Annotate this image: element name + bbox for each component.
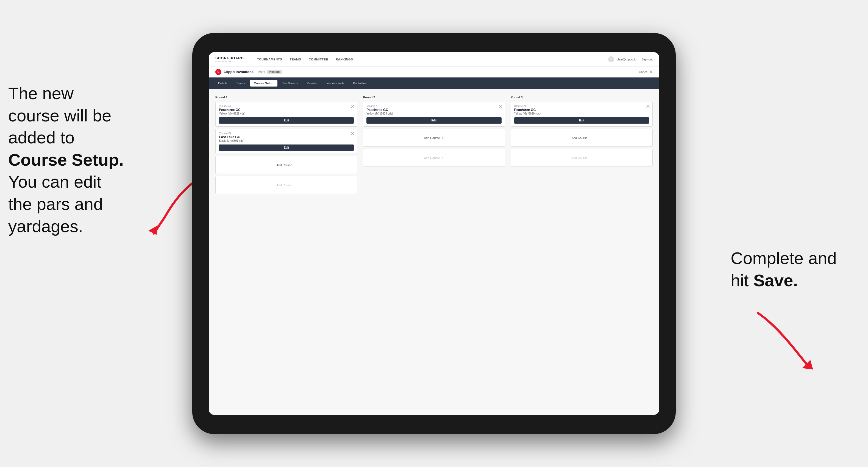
tournament-gender: (Men): [258, 70, 265, 73]
svg-marker-1: [802, 360, 813, 370]
round-3-label: Round 3: [510, 96, 653, 99]
nav-rankings[interactable]: RANKINGS: [336, 57, 353, 62]
main-content: Round 1 (Course A) Peachtree GC Yellow (…: [209, 89, 659, 415]
right-annotation: Complete and hit Save.: [731, 247, 846, 291]
round-3-course-a-delete[interactable]: [646, 104, 650, 108]
round-2-course-a-delete[interactable]: [498, 104, 503, 108]
tab-details[interactable]: Details: [214, 80, 231, 87]
round-1-course-b-delete[interactable]: [350, 131, 355, 136]
round-3-course-a-details: Yellow (M) (6629 yds): [514, 112, 649, 115]
round-1-add-course-1[interactable]: Add Course ＋: [215, 156, 358, 174]
tab-teams[interactable]: Teams: [232, 80, 249, 87]
rounds-grid: Round 1 (Course A) Peachtree GC Yellow (…: [215, 96, 653, 196]
tab-course-setup[interactable]: Course Setup: [250, 80, 277, 87]
round-3-add-course-1[interactable]: Add Course ＋: [510, 129, 653, 147]
round-2-course-a-card: (Course A) Peachtree GC Yellow (M) (6629…: [363, 102, 505, 127]
round-1-course-a-edit[interactable]: Edit: [219, 117, 354, 124]
user-email: blair@clippd.io: [616, 58, 636, 61]
round-2-label: Round 2: [363, 96, 505, 99]
right-arrow: [742, 302, 824, 374]
hosting-badge: Hosting: [267, 70, 282, 74]
round-1-course-a-card: (Course A) Peachtree GC Yellow (M) (6629…: [215, 102, 358, 127]
nav-teams[interactable]: TEAMS: [290, 57, 301, 62]
round-1-course-b-edit[interactable]: Edit: [219, 145, 354, 151]
round-1-add-course-2: Add Course ＋: [215, 176, 358, 194]
round-3-course-a-label: (Course A): [514, 105, 649, 107]
cancel-button[interactable]: Cancel ✕: [639, 70, 653, 74]
round-1-label: Round 1: [215, 96, 358, 99]
round-3-add-course-2: Add Course ＋: [510, 149, 653, 167]
round-1-course-a-delete[interactable]: [350, 104, 355, 108]
round-1-course-b-details: Black (M) (6891 yds): [219, 139, 354, 142]
round-3-course-a-edit[interactable]: Edit: [514, 117, 649, 124]
avatar: [608, 56, 614, 62]
round-2-add-course-1[interactable]: Add Course ＋: [363, 129, 505, 147]
tablet-device: SCOREBOARD Powered by clippd TOURNAMENTS…: [192, 33, 676, 434]
nav-tournaments[interactable]: TOURNAMENTS: [257, 57, 282, 62]
nav-links: TOURNAMENTS TEAMS COMMITTEE RANKINGS: [257, 57, 600, 62]
left-annotation: The new course will be added to Course S…: [8, 83, 151, 237]
round-2-add-course-2: Add Course ＋: [363, 149, 505, 167]
nav-right: blair@clippd.io | Sign out: [608, 56, 653, 62]
tournament-logo: C: [215, 69, 221, 75]
logo: SCOREBOARD Powered by clippd: [215, 56, 244, 63]
round-2-course-a-edit[interactable]: Edit: [366, 117, 501, 124]
round-3-course-a-name: Peachtree GC: [514, 108, 649, 112]
round-3-column: Round 3 (Course A) Peachtree GC Yellow (…: [510, 96, 653, 196]
tab-results[interactable]: Results: [303, 80, 320, 87]
round-3-course-a-card: (Course A) Peachtree GC Yellow (M) (6629…: [510, 102, 653, 127]
round-1-course-a-label: (Course A): [219, 105, 354, 107]
round-1-column: Round 1 (Course A) Peachtree GC Yellow (…: [215, 96, 358, 196]
tablet-screen: SCOREBOARD Powered by clippd TOURNAMENTS…: [209, 52, 659, 415]
round-1-course-b-label: (Course B): [219, 132, 354, 134]
round-2-course-a-details: Yellow (M) (6629 yds): [366, 112, 501, 115]
nav-committee[interactable]: COMMITTEE: [309, 57, 328, 62]
tournament-name-area: C Clippd Invitational (Men) Hosting: [215, 69, 282, 75]
round-2-course-a-label: (Course A): [366, 105, 501, 107]
round-1-course-a-name: Peachtree GC: [219, 108, 354, 112]
top-nav: SCOREBOARD Powered by clippd TOURNAMENTS…: [209, 52, 659, 66]
tournament-title: Clippd Invitational: [224, 70, 255, 74]
round-1-course-b-name: East Lake GC: [219, 135, 354, 139]
round-2-course-a-name: Peachtree GC: [366, 108, 501, 112]
tab-printables[interactable]: Printables: [349, 80, 370, 87]
round-1-course-a-details: Yellow (M) (6629 yds): [219, 112, 354, 115]
sub-nav: Details Teams Course Setup Tee Groups Re…: [209, 77, 659, 89]
tab-leaderboards[interactable]: Leaderboards: [322, 80, 348, 87]
tab-tee-groups[interactable]: Tee Groups: [279, 80, 302, 87]
separator: |: [639, 58, 640, 61]
round-1-course-b-card: (Course B) East Lake GC Black (M) (6891 …: [215, 129, 358, 154]
round-2-column: Round 2 (Course A) Peachtree GC Yellow (…: [363, 96, 505, 196]
tournament-bar: C Clippd Invitational (Men) Hosting Canc…: [209, 66, 659, 77]
sign-out-link[interactable]: Sign out: [642, 58, 653, 61]
